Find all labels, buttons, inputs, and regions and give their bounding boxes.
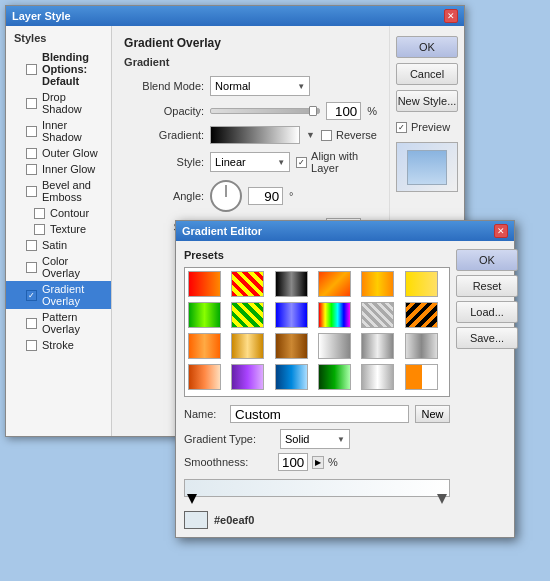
outer-glow-checkbox[interactable] [26,148,37,159]
gradient-editor-dialog: Gradient Editor ✕ Presets [175,220,515,538]
preset-1[interactable] [188,271,221,297]
style-row: Style: Linear ▼ ✓ Align with Layer [124,150,377,174]
preset-8[interactable] [231,302,264,328]
preset-14[interactable] [231,333,264,359]
preset-5[interactable] [361,271,394,297]
sidebar-item-inner-glow[interactable]: Inner Glow [6,161,111,177]
gradient-dropdown-arrow[interactable]: ▼ [306,130,315,140]
smoothness-arrow[interactable]: ▶ [312,456,324,469]
blending-options-checkbox[interactable] [26,64,37,75]
close-icon[interactable]: ✕ [444,9,458,23]
preset-10[interactable] [318,302,351,328]
inner-shadow-checkbox[interactable] [26,126,37,137]
angle-unit: ° [289,190,293,202]
chevron-down-icon: ▼ [297,82,305,91]
opacity-input[interactable] [326,102,361,120]
align-layer-checkbox[interactable]: ✓ [296,157,307,168]
reverse-label: Reverse [336,129,377,141]
preset-23[interactable] [361,364,394,390]
name-input[interactable] [230,405,409,423]
smoothness-input[interactable] [278,453,308,471]
ge-save-button[interactable]: Save... [456,327,518,349]
ge-load-button[interactable]: Load... [456,301,518,323]
color-overlay-checkbox[interactable] [26,262,37,273]
opacity-unit: % [367,105,377,117]
styles-panel: Styles Blending Options: Default Drop Sh… [6,26,112,436]
angle-input[interactable] [248,187,283,205]
sidebar-item-blending-options[interactable]: Blending Options: Default [6,49,111,89]
chevron-down-icon: ▼ [337,435,345,444]
preset-17[interactable] [361,333,394,359]
blend-mode-label: Blend Mode: [124,80,204,92]
opacity-thumb[interactable] [309,106,317,116]
gradient-overlay-checkbox[interactable]: ✓ [26,290,37,301]
opacity-track [210,108,320,114]
stop-left[interactable] [187,494,197,504]
preset-9[interactable] [275,302,308,328]
smoothness-label: Smoothness: [184,456,274,468]
gradient-type-dropdown[interactable]: Solid ▼ [280,429,350,449]
angle-dial[interactable] [210,180,242,212]
preset-15[interactable] [275,333,308,359]
sidebar-item-satin[interactable]: Satin [6,237,111,253]
gradient-type-label: Gradient Type: [184,433,274,445]
preset-11[interactable] [361,302,394,328]
satin-checkbox[interactable] [26,240,37,251]
reverse-checkbox[interactable] [321,130,332,141]
blend-mode-dropdown[interactable]: Normal ▼ [210,76,310,96]
ge-reset-button[interactable]: Reset [456,275,518,297]
sidebar-item-stroke[interactable]: Stroke [6,337,111,353]
panel-subtitle: Gradient [124,56,377,68]
sidebar-item-drop-shadow[interactable]: Drop Shadow [6,89,111,117]
preset-22[interactable] [318,364,351,390]
ok-button[interactable]: OK [396,36,458,58]
stroke-checkbox[interactable] [26,340,37,351]
gradient-bar[interactable] [184,479,450,497]
layer-style-title: Layer Style [12,10,71,22]
preset-4[interactable] [318,271,351,297]
preset-18[interactable] [405,333,438,359]
gradient-editor-close-icon[interactable]: ✕ [494,224,508,238]
sidebar-item-color-overlay[interactable]: Color Overlay [6,253,111,281]
new-style-button[interactable]: New Style... [396,90,458,112]
presets-title: Presets [184,249,450,261]
sidebar-item-texture[interactable]: Texture [6,221,111,237]
texture-checkbox[interactable] [34,224,45,235]
preset-12[interactable] [405,302,438,328]
pattern-overlay-checkbox[interactable] [26,318,37,329]
preset-24[interactable] [405,364,438,390]
preset-19[interactable] [188,364,221,390]
sidebar-item-contour[interactable]: Contour [6,205,111,221]
sidebar-item-pattern-overlay[interactable]: Pattern Overlay [6,309,111,337]
style-dropdown[interactable]: Linear ▼ [210,152,290,172]
preset-13[interactable] [188,333,221,359]
sidebar-item-bevel-emboss[interactable]: Bevel and Emboss [6,177,111,205]
opacity-slider[interactable] [210,108,320,114]
drop-shadow-checkbox[interactable] [26,98,37,109]
preset-7[interactable] [188,302,221,328]
align-layer-row: ✓ Align with Layer [296,150,377,174]
chevron-down-icon: ▼ [277,158,285,167]
stop-right[interactable] [437,494,447,504]
preset-21[interactable] [275,364,308,390]
sidebar-item-inner-shadow[interactable]: Inner Shadow [6,117,111,145]
preset-16[interactable] [318,333,351,359]
contour-checkbox[interactable] [34,208,45,219]
preset-6[interactable] [405,271,438,297]
sidebar-item-outer-glow[interactable]: Outer Glow [6,145,111,161]
sidebar-item-gradient-overlay[interactable]: ✓ Gradient Overlay [6,281,111,309]
blend-mode-row: Blend Mode: Normal ▼ [124,76,377,96]
bevel-emboss-checkbox[interactable] [26,186,37,197]
gradient-row: Gradient: ▼ Reverse [124,126,377,144]
preset-2[interactable] [231,271,264,297]
cancel-button[interactable]: Cancel [396,63,458,85]
ge-ok-button[interactable]: OK [456,249,518,271]
preset-3[interactable] [275,271,308,297]
preset-20[interactable] [231,364,264,390]
new-button[interactable]: New [415,405,450,423]
stop-color-swatch[interactable] [184,511,208,529]
gradient-swatch[interactable] [210,126,300,144]
opacity-label: Opacity: [124,105,204,117]
inner-glow-checkbox[interactable] [26,164,37,175]
preview-checkbox[interactable]: ✓ [396,122,407,133]
